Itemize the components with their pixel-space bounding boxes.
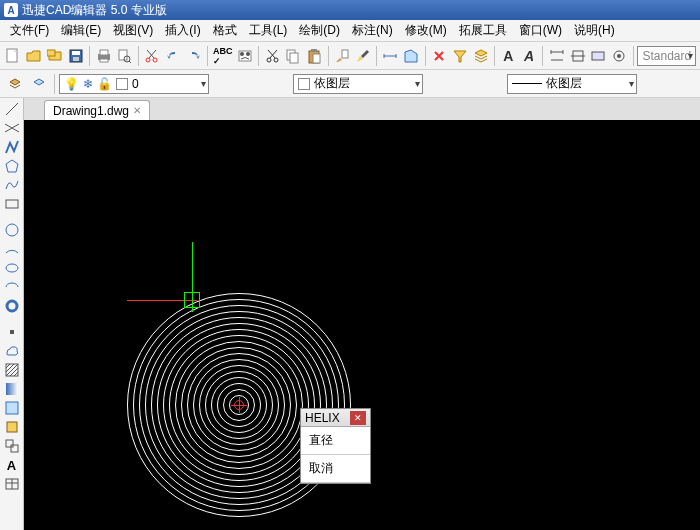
dim2-icon[interactable] xyxy=(568,45,587,67)
erase-icon[interactable] xyxy=(429,45,448,67)
find-icon[interactable] xyxy=(235,45,254,67)
svg-rect-22 xyxy=(313,54,320,63)
point-icon[interactable] xyxy=(2,323,22,341)
textstyle-icon[interactable]: A xyxy=(499,45,518,67)
region-icon[interactable] xyxy=(2,399,22,417)
menu-ext[interactable]: 拓展工具 xyxy=(453,20,513,41)
linetype-dropdown[interactable]: 依图层 xyxy=(507,74,637,94)
svg-rect-41 xyxy=(6,440,13,447)
menu-window[interactable]: 窗口(W) xyxy=(513,20,568,41)
layermgr-icon[interactable] xyxy=(4,73,26,95)
xline-icon[interactable] xyxy=(2,119,22,137)
svg-rect-8 xyxy=(119,50,127,60)
match-icon[interactable] xyxy=(332,45,351,67)
print-icon[interactable] xyxy=(94,45,113,67)
toolbar-layers: 💡 ❄ 🔓 0 依图层 依图层 xyxy=(0,70,700,98)
menu-modify[interactable]: 修改(M) xyxy=(399,20,453,41)
cut-icon[interactable] xyxy=(143,45,162,67)
svg-rect-1 xyxy=(47,50,55,56)
menu-dim[interactable]: 标注(N) xyxy=(346,20,399,41)
svg-rect-6 xyxy=(100,50,108,55)
drawing-canvas[interactable]: HELIX ✕ 直径 取消 xyxy=(24,120,700,530)
donut-icon[interactable] xyxy=(2,297,22,315)
menu-file[interactable]: 文件(F) xyxy=(4,20,55,41)
spline-icon[interactable] xyxy=(2,176,22,194)
area-icon[interactable] xyxy=(402,45,421,67)
app-icon: A xyxy=(4,3,18,17)
block-icon[interactable] xyxy=(2,418,22,436)
svg-rect-42 xyxy=(11,445,18,452)
line-icon[interactable] xyxy=(2,100,22,118)
lock-icon: 🔓 xyxy=(97,77,112,91)
svg-rect-23 xyxy=(342,50,348,58)
copy-icon[interactable] xyxy=(284,45,303,67)
spell-icon[interactable]: ABC✓ xyxy=(212,45,234,67)
menu-bar: 文件(F) 编辑(E) 视图(V) 插入(I) 格式 工具(L) 绘制(D) 标… xyxy=(0,20,700,42)
text-icon[interactable]: A xyxy=(2,456,22,474)
ellipsearc-icon[interactable] xyxy=(2,278,22,296)
svg-rect-39 xyxy=(6,402,18,414)
sun-icon: ❄ xyxy=(83,77,93,91)
cut2-icon[interactable] xyxy=(263,45,282,67)
color-dropdown[interactable]: 依图层 xyxy=(293,74,423,94)
layerstate-icon[interactable] xyxy=(28,73,50,95)
save-icon[interactable] xyxy=(66,45,85,67)
rect-icon[interactable] xyxy=(2,195,22,213)
style-dropdown[interactable]: Standard xyxy=(637,46,696,66)
layer-filter-icon[interactable] xyxy=(450,45,469,67)
dim1-icon[interactable] xyxy=(547,45,566,67)
draw-palette: A xyxy=(0,98,24,530)
hatch-cloud-icon[interactable] xyxy=(2,342,22,360)
arc-icon[interactable] xyxy=(2,240,22,258)
layers-icon[interactable] xyxy=(471,45,490,67)
hatch-icon[interactable] xyxy=(2,361,22,379)
pline-icon[interactable] xyxy=(2,138,22,156)
svg-point-35 xyxy=(7,301,17,311)
insert-icon[interactable] xyxy=(2,437,22,455)
tab-drawing1[interactable]: Drawing1.dwg ✕ xyxy=(44,100,150,120)
helix-diameter-option[interactable]: 直径 xyxy=(301,427,370,455)
menu-draw[interactable]: 绘制(D) xyxy=(293,20,346,41)
undo-icon[interactable] xyxy=(163,45,182,67)
pickbox xyxy=(184,292,200,308)
svg-rect-4 xyxy=(73,57,79,61)
svg-line-29 xyxy=(6,103,18,115)
menu-view[interactable]: 视图(V) xyxy=(107,20,159,41)
svg-rect-7 xyxy=(100,59,108,62)
close-icon[interactable]: ✕ xyxy=(133,105,141,116)
close-icon[interactable]: ✕ xyxy=(350,411,366,425)
helix-popup: HELIX ✕ 直径 取消 xyxy=(300,408,371,484)
helix-cancel-option[interactable]: 取消 xyxy=(301,455,370,483)
gradient-icon[interactable] xyxy=(2,380,22,398)
table-icon[interactable] xyxy=(2,475,22,493)
polygon-icon[interactable] xyxy=(2,157,22,175)
menu-help[interactable]: 说明(H) xyxy=(568,20,621,41)
dist-icon[interactable] xyxy=(381,45,400,67)
redo-icon[interactable] xyxy=(184,45,203,67)
svg-rect-3 xyxy=(72,51,80,55)
open-multi-icon[interactable] xyxy=(46,45,65,67)
ellipse-icon[interactable] xyxy=(2,259,22,277)
layer-dropdown[interactable]: 💡 ❄ 🔓 0 xyxy=(59,74,209,94)
new-icon[interactable] xyxy=(4,45,23,67)
app-title: 迅捷CAD编辑器 5.0 专业版 xyxy=(22,2,167,19)
textstyle2-icon[interactable]: A xyxy=(520,45,539,67)
print-preview-icon[interactable] xyxy=(115,45,134,67)
menu-insert[interactable]: 插入(I) xyxy=(159,20,206,41)
menu-format[interactable]: 格式 xyxy=(207,20,243,41)
paste-icon[interactable] xyxy=(305,45,324,67)
title-bar: A 迅捷CAD编辑器 5.0 专业版 xyxy=(0,0,700,20)
menu-edit[interactable]: 编辑(E) xyxy=(55,20,107,41)
bulb-icon: 💡 xyxy=(64,77,79,91)
dim4-icon[interactable] xyxy=(610,45,629,67)
open-icon[interactable] xyxy=(25,45,44,67)
svg-rect-21 xyxy=(311,49,317,52)
menu-tools[interactable]: 工具(L) xyxy=(243,20,294,41)
circle-icon[interactable] xyxy=(2,221,22,239)
dim3-icon[interactable] xyxy=(589,45,608,67)
helix-popup-title: HELIX ✕ xyxy=(301,409,370,427)
document-tabs: Drawing1.dwg ✕ xyxy=(24,98,700,120)
svg-rect-40 xyxy=(7,422,17,432)
brush-icon[interactable] xyxy=(353,45,372,67)
svg-point-16 xyxy=(267,58,271,62)
